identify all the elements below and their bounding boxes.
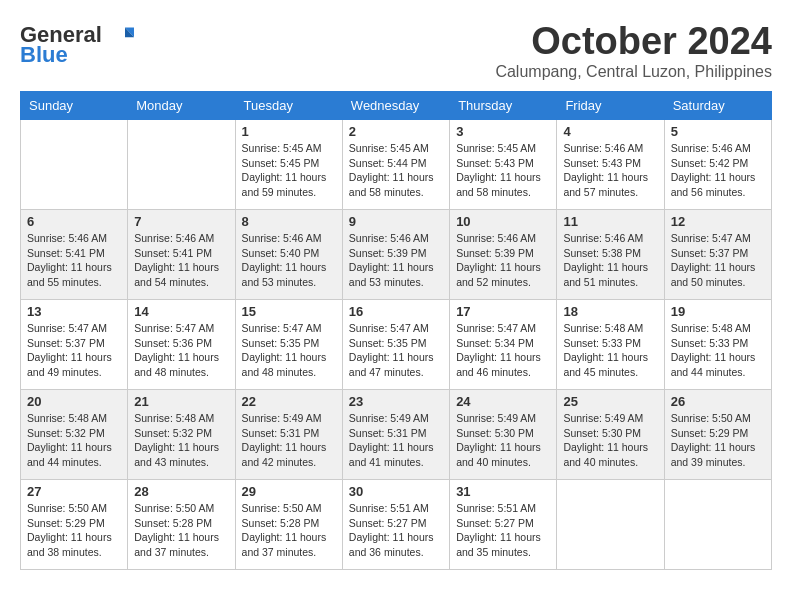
table-row — [128, 120, 235, 210]
table-row: 13Sunrise: 5:47 AM Sunset: 5:37 PM Dayli… — [21, 300, 128, 390]
cell-content: Sunrise: 5:50 AM Sunset: 5:29 PM Dayligh… — [27, 501, 121, 560]
table-row: 24Sunrise: 5:49 AM Sunset: 5:30 PM Dayli… — [450, 390, 557, 480]
day-number: 22 — [242, 394, 336, 409]
day-number: 30 — [349, 484, 443, 499]
table-row: 5Sunrise: 5:46 AM Sunset: 5:42 PM Daylig… — [664, 120, 771, 210]
table-row: 17Sunrise: 5:47 AM Sunset: 5:34 PM Dayli… — [450, 300, 557, 390]
cell-content: Sunrise: 5:46 AM Sunset: 5:42 PM Dayligh… — [671, 141, 765, 200]
table-row: 25Sunrise: 5:49 AM Sunset: 5:30 PM Dayli… — [557, 390, 664, 480]
cell-content: Sunrise: 5:47 AM Sunset: 5:37 PM Dayligh… — [671, 231, 765, 290]
day-number: 13 — [27, 304, 121, 319]
day-number: 14 — [134, 304, 228, 319]
table-row: 22Sunrise: 5:49 AM Sunset: 5:31 PM Dayli… — [235, 390, 342, 480]
day-number: 20 — [27, 394, 121, 409]
table-row: 4Sunrise: 5:46 AM Sunset: 5:43 PM Daylig… — [557, 120, 664, 210]
day-number: 10 — [456, 214, 550, 229]
day-number: 9 — [349, 214, 443, 229]
table-row: 7Sunrise: 5:46 AM Sunset: 5:41 PM Daylig… — [128, 210, 235, 300]
day-number: 4 — [563, 124, 657, 139]
table-row: 12Sunrise: 5:47 AM Sunset: 5:37 PM Dayli… — [664, 210, 771, 300]
table-row: 15Sunrise: 5:47 AM Sunset: 5:35 PM Dayli… — [235, 300, 342, 390]
header-wednesday: Wednesday — [342, 92, 449, 120]
cell-content: Sunrise: 5:46 AM Sunset: 5:41 PM Dayligh… — [27, 231, 121, 290]
cell-content: Sunrise: 5:48 AM Sunset: 5:33 PM Dayligh… — [671, 321, 765, 380]
day-number: 21 — [134, 394, 228, 409]
table-row — [664, 480, 771, 570]
table-row: 26Sunrise: 5:50 AM Sunset: 5:29 PM Dayli… — [664, 390, 771, 480]
cell-content: Sunrise: 5:46 AM Sunset: 5:39 PM Dayligh… — [456, 231, 550, 290]
cell-content: Sunrise: 5:48 AM Sunset: 5:32 PM Dayligh… — [27, 411, 121, 470]
table-row: 3Sunrise: 5:45 AM Sunset: 5:43 PM Daylig… — [450, 120, 557, 210]
cell-content: Sunrise: 5:47 AM Sunset: 5:37 PM Dayligh… — [27, 321, 121, 380]
header-sunday: Sunday — [21, 92, 128, 120]
table-row: 9Sunrise: 5:46 AM Sunset: 5:39 PM Daylig… — [342, 210, 449, 300]
day-number: 27 — [27, 484, 121, 499]
day-number: 1 — [242, 124, 336, 139]
day-number: 29 — [242, 484, 336, 499]
cell-content: Sunrise: 5:49 AM Sunset: 5:31 PM Dayligh… — [349, 411, 443, 470]
cell-content: Sunrise: 5:46 AM Sunset: 5:39 PM Dayligh… — [349, 231, 443, 290]
calendar-row: 20Sunrise: 5:48 AM Sunset: 5:32 PM Dayli… — [21, 390, 772, 480]
cell-content: Sunrise: 5:47 AM Sunset: 5:35 PM Dayligh… — [349, 321, 443, 380]
header-monday: Monday — [128, 92, 235, 120]
table-row: 19Sunrise: 5:48 AM Sunset: 5:33 PM Dayli… — [664, 300, 771, 390]
day-number: 17 — [456, 304, 550, 319]
table-row: 11Sunrise: 5:46 AM Sunset: 5:38 PM Dayli… — [557, 210, 664, 300]
header-thursday: Thursday — [450, 92, 557, 120]
table-row: 2Sunrise: 5:45 AM Sunset: 5:44 PM Daylig… — [342, 120, 449, 210]
table-row: 28Sunrise: 5:50 AM Sunset: 5:28 PM Dayli… — [128, 480, 235, 570]
table-row — [557, 480, 664, 570]
table-row: 16Sunrise: 5:47 AM Sunset: 5:35 PM Dayli… — [342, 300, 449, 390]
table-row: 14Sunrise: 5:47 AM Sunset: 5:36 PM Dayli… — [128, 300, 235, 390]
cell-content: Sunrise: 5:45 AM Sunset: 5:43 PM Dayligh… — [456, 141, 550, 200]
cell-content: Sunrise: 5:45 AM Sunset: 5:45 PM Dayligh… — [242, 141, 336, 200]
table-row: 23Sunrise: 5:49 AM Sunset: 5:31 PM Dayli… — [342, 390, 449, 480]
day-number: 11 — [563, 214, 657, 229]
page-header: General Blue October 2024 Calumpang, Cen… — [20, 20, 772, 81]
table-row: 1Sunrise: 5:45 AM Sunset: 5:45 PM Daylig… — [235, 120, 342, 210]
table-row: 31Sunrise: 5:51 AM Sunset: 5:27 PM Dayli… — [450, 480, 557, 570]
calendar-row: 1Sunrise: 5:45 AM Sunset: 5:45 PM Daylig… — [21, 120, 772, 210]
day-number: 8 — [242, 214, 336, 229]
header-friday: Friday — [557, 92, 664, 120]
cell-content: Sunrise: 5:51 AM Sunset: 5:27 PM Dayligh… — [456, 501, 550, 560]
cell-content: Sunrise: 5:49 AM Sunset: 5:31 PM Dayligh… — [242, 411, 336, 470]
cell-content: Sunrise: 5:46 AM Sunset: 5:41 PM Dayligh… — [134, 231, 228, 290]
cell-content: Sunrise: 5:47 AM Sunset: 5:36 PM Dayligh… — [134, 321, 228, 380]
day-number: 2 — [349, 124, 443, 139]
header-tuesday: Tuesday — [235, 92, 342, 120]
header-saturday: Saturday — [664, 92, 771, 120]
title-area: October 2024 Calumpang, Central Luzon, P… — [495, 20, 772, 81]
table-row: 30Sunrise: 5:51 AM Sunset: 5:27 PM Dayli… — [342, 480, 449, 570]
day-number: 16 — [349, 304, 443, 319]
cell-content: Sunrise: 5:47 AM Sunset: 5:35 PM Dayligh… — [242, 321, 336, 380]
cell-content: Sunrise: 5:49 AM Sunset: 5:30 PM Dayligh… — [563, 411, 657, 470]
day-number: 18 — [563, 304, 657, 319]
table-row: 10Sunrise: 5:46 AM Sunset: 5:39 PM Dayli… — [450, 210, 557, 300]
cell-content: Sunrise: 5:47 AM Sunset: 5:34 PM Dayligh… — [456, 321, 550, 380]
cell-content: Sunrise: 5:48 AM Sunset: 5:33 PM Dayligh… — [563, 321, 657, 380]
table-row — [21, 120, 128, 210]
cell-content: Sunrise: 5:49 AM Sunset: 5:30 PM Dayligh… — [456, 411, 550, 470]
day-number: 6 — [27, 214, 121, 229]
cell-content: Sunrise: 5:46 AM Sunset: 5:38 PM Dayligh… — [563, 231, 657, 290]
day-number: 26 — [671, 394, 765, 409]
logo-blue: Blue — [20, 42, 68, 67]
table-row: 6Sunrise: 5:46 AM Sunset: 5:41 PM Daylig… — [21, 210, 128, 300]
calendar-row: 27Sunrise: 5:50 AM Sunset: 5:29 PM Dayli… — [21, 480, 772, 570]
table-row: 18Sunrise: 5:48 AM Sunset: 5:33 PM Dayli… — [557, 300, 664, 390]
day-number: 25 — [563, 394, 657, 409]
calendar-row: 6Sunrise: 5:46 AM Sunset: 5:41 PM Daylig… — [21, 210, 772, 300]
day-number: 19 — [671, 304, 765, 319]
cell-content: Sunrise: 5:50 AM Sunset: 5:28 PM Dayligh… — [242, 501, 336, 560]
calendar-header-row: Sunday Monday Tuesday Wednesday Thursday… — [21, 92, 772, 120]
calendar-table: Sunday Monday Tuesday Wednesday Thursday… — [20, 91, 772, 570]
day-number: 23 — [349, 394, 443, 409]
cell-content: Sunrise: 5:50 AM Sunset: 5:28 PM Dayligh… — [134, 501, 228, 560]
table-row: 29Sunrise: 5:50 AM Sunset: 5:28 PM Dayli… — [235, 480, 342, 570]
cell-content: Sunrise: 5:50 AM Sunset: 5:29 PM Dayligh… — [671, 411, 765, 470]
month-title: October 2024 — [495, 20, 772, 63]
day-number: 15 — [242, 304, 336, 319]
table-row: 27Sunrise: 5:50 AM Sunset: 5:29 PM Dayli… — [21, 480, 128, 570]
cell-content: Sunrise: 5:51 AM Sunset: 5:27 PM Dayligh… — [349, 501, 443, 560]
